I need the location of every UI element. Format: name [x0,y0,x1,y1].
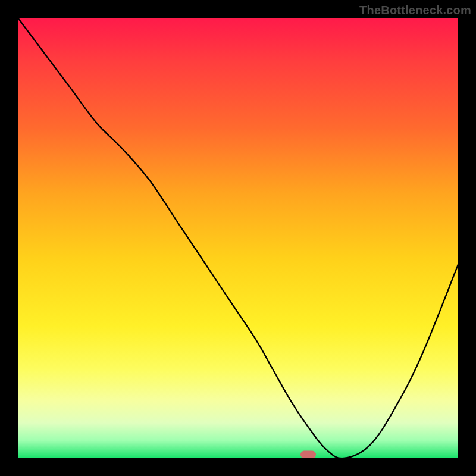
plot-area [18,18,458,458]
watermark-text: TheBottleneck.com [359,4,471,17]
optimal-point-marker [300,451,316,458]
bottleneck-curve [18,18,458,458]
chart-frame: TheBottleneck.com [0,0,476,476]
